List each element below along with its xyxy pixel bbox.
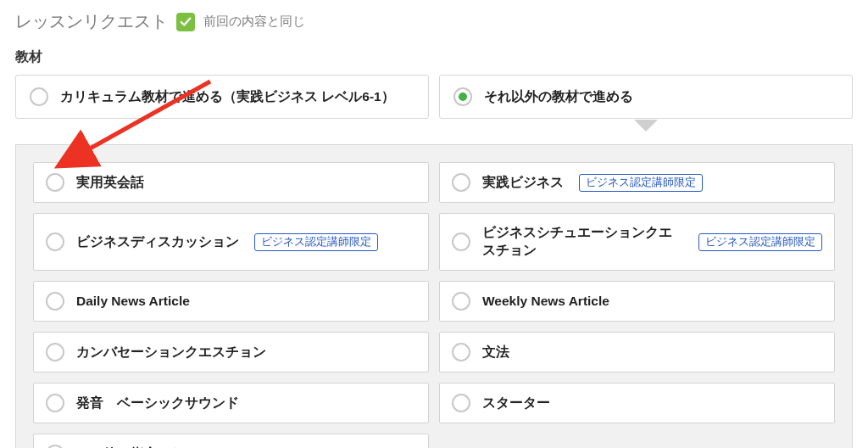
material-item-label: 文法 <box>482 344 509 361</box>
material-item-label: スターター <box>482 395 550 412</box>
materials-section-label: 教材 <box>15 48 853 66</box>
material-item-label: カンバセーションクエスチョン <box>76 344 266 361</box>
radio-icon <box>453 87 472 106</box>
material-item-weekly-news[interactable]: Weekly News Article <box>439 281 835 322</box>
material-item-label: 発音 ベーシックサウンド <box>76 395 239 412</box>
radio-icon <box>46 445 64 448</box>
material-item-label: ビジネスディスカッション <box>76 233 239 251</box>
material-item-daily-news[interactable]: Daily News Article <box>33 281 429 322</box>
material-item-label: Weekly News Article <box>482 294 609 309</box>
material-item-pronunciation[interactable]: 発音 ベーシックサウンド <box>33 383 429 423</box>
material-item-label: 実用英会話 <box>76 174 144 192</box>
radio-icon <box>452 232 470 251</box>
radio-icon <box>452 292 470 311</box>
radio-icon <box>452 394 470 412</box>
radio-icon <box>46 343 64 361</box>
material-option-label: それ以外の教材で進める <box>484 88 633 106</box>
radio-icon <box>46 232 64 251</box>
material-item-label: Daily News Article <box>76 294 190 309</box>
material-option-label: カリキュラム教材で進める（実践ビジネス レベル6-1） <box>60 88 395 106</box>
material-item-business-situation[interactable]: ビジネスシチュエーションクエスチョン ビジネス認定講師限定 <box>439 213 835 271</box>
radio-icon <box>46 394 64 412</box>
material-option-curriculum[interactable]: カリキュラム教材で進める（実践ビジネス レベル6-1） <box>15 75 429 119</box>
radio-icon <box>46 173 64 192</box>
radio-icon <box>452 343 470 361</box>
same-as-last-checkbox[interactable] <box>176 13 195 31</box>
material-item-label: 実践ビジネス <box>482 174 564 192</box>
material-item-grammar[interactable]: 文法 <box>439 332 835 372</box>
material-item-practical-english[interactable]: 実用英会話 <box>33 162 429 203</box>
same-as-last-label: 前回の内容と同じ <box>203 14 305 30</box>
radio-icon <box>30 87 48 106</box>
material-item-business-discussion[interactable]: ビジネスディスカッション ビジネス認定講師限定 <box>33 213 429 271</box>
business-only-badge: ビジネス認定講師限定 <box>254 233 378 251</box>
check-icon <box>180 16 192 28</box>
material-item-label: その他／指定しない <box>76 445 198 449</box>
material-item-conversation-q[interactable]: カンバセーションクエスチョン <box>33 332 429 372</box>
radio-icon <box>46 292 64 311</box>
material-grid-panel: 実用英会話 実践ビジネス ビジネス認定講師限定 ビジネスディスカッション ビジネ… <box>15 144 853 448</box>
material-item-other-none[interactable]: その他／指定しない <box>33 434 429 448</box>
radio-icon <box>452 173 470 192</box>
material-item-label: ビジネスシチュエーションクエスチョン <box>482 224 683 260</box>
business-only-badge: ビジネス認定講師限定 <box>579 174 703 192</box>
chevron-down-icon <box>634 120 658 132</box>
business-only-badge: ビジネス認定講師限定 <box>698 233 822 251</box>
material-item-starter[interactable]: スターター <box>439 383 835 423</box>
page-title: レッスンリクエスト <box>15 10 168 33</box>
material-item-practical-business[interactable]: 実践ビジネス ビジネス認定講師限定 <box>439 162 835 203</box>
material-option-other[interactable]: それ以外の教材で進める <box>439 75 853 119</box>
